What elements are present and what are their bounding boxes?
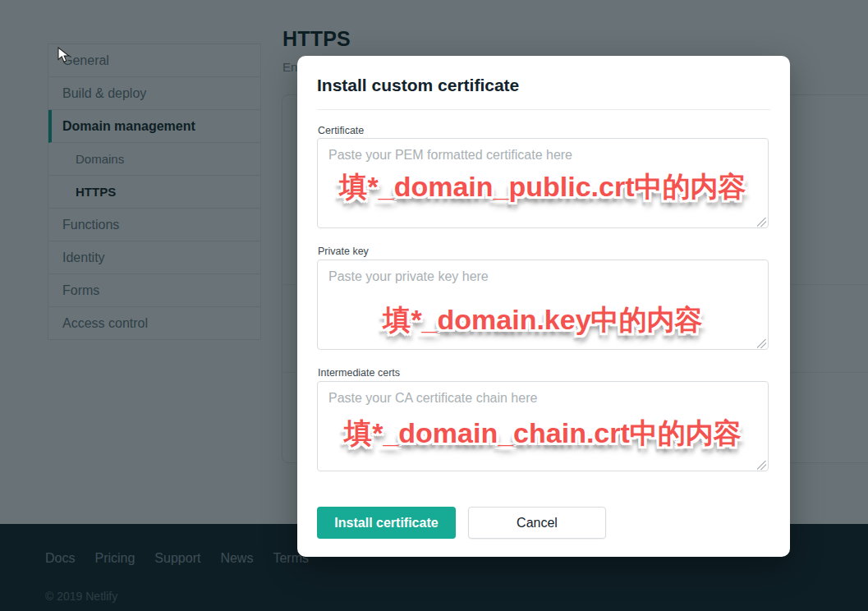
- resize-handle-icon[interactable]: [757, 339, 766, 348]
- intermediate-certs-annotation: 填*_domain_chain.crt中的内容: [317, 415, 769, 453]
- install-certificate-button[interactable]: Install certificate: [317, 507, 456, 539]
- certificate-label: Certificate: [318, 125, 364, 136]
- certificate-annotation: 填*_domain_public.crt中的内容: [317, 168, 769, 206]
- intermediate-certs-label: Intermediate certs: [318, 367, 400, 379]
- modal-title: Install custom certificate: [317, 76, 519, 95]
- settings-page: General Build & deploy Domain management…: [0, 0, 868, 611]
- install-certificate-modal: Install custom certificate Certificate 填…: [297, 56, 790, 557]
- private-key-label: Private key: [318, 246, 369, 257]
- mouse-cursor-icon: [57, 47, 72, 67]
- resize-handle-icon[interactable]: [757, 461, 766, 470]
- modal-button-row: Install certificate Cancel: [317, 507, 606, 539]
- private-key-annotation: 填*_domain.key中的内容: [317, 301, 769, 339]
- cancel-button[interactable]: Cancel: [468, 507, 606, 539]
- resize-handle-icon[interactable]: [757, 218, 766, 227]
- modal-divider: [317, 109, 770, 110]
